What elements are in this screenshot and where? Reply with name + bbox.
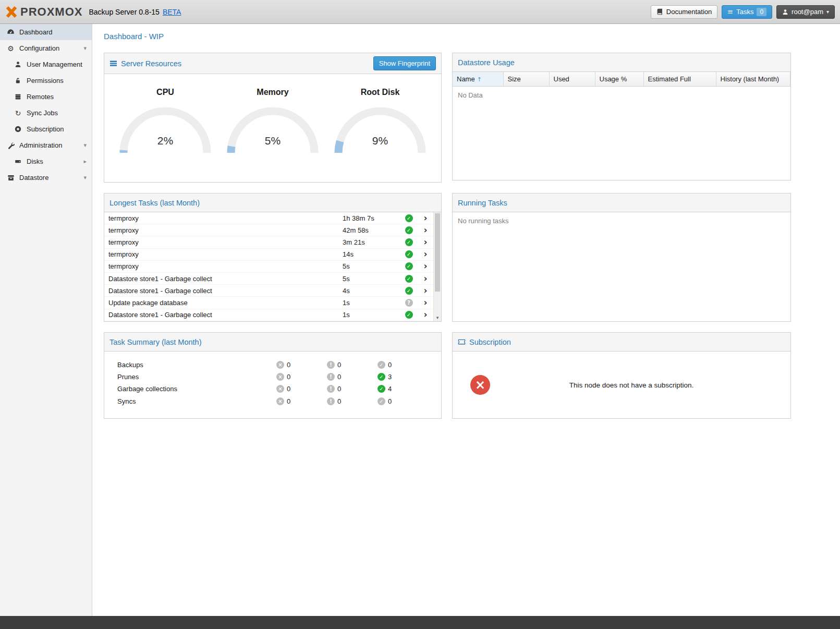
sidebar-item-remotes[interactable]: Remotes [0, 89, 92, 105]
sidebar: Dashboard ⚙ Configuration ▾ User Managem… [0, 24, 92, 616]
page-title: Dashboard - WIP [92, 24, 840, 46]
datastore-usage-table: Name↑ Size Used Usage % Estimated Full H… [453, 72, 790, 87]
beta-link[interactable]: BETA [163, 8, 181, 16]
sidebar-item-label: Administration [19, 141, 62, 149]
sidebar-item-subscription[interactable]: Subscription [0, 121, 92, 137]
summary-row: Backups ×0 !0 ✓0 [104, 359, 441, 371]
datastore-usage-panel: Datastore Usage Name↑ Size Used Usage % … [452, 53, 791, 180]
sidebar-item-sync-jobs[interactable]: ↻ Sync Jobs [0, 105, 92, 121]
top-header: PROXMOX Backup Server 0.8-15 BETA Docume… [0, 0, 840, 24]
sidebar-item-label: Remotes [27, 93, 54, 101]
gauge-arc [223, 103, 322, 157]
task-row: termproxy 3m 21s ✓ › [104, 236, 433, 248]
hard-disk-icon [14, 158, 22, 165]
task-list-icon: ≡ [727, 8, 733, 16]
task-summary-body: Backups ×0 !0 ✓0 Prunes ×0 !0 ✓3 Gar [104, 352, 441, 418]
error-count-icon: × [276, 373, 284, 381]
documentation-button[interactable]: Documentation [651, 5, 717, 19]
panel-title: Datastore Usage [458, 58, 515, 67]
proxmox-x-icon [5, 6, 18, 18]
column-header-used[interactable]: Used [549, 72, 595, 87]
warning-count-icon: ! [327, 385, 335, 393]
user-menu-button[interactable]: root@pam ▾ [776, 5, 835, 19]
running-tasks-panel: Running Tasks No running tasks [452, 193, 791, 322]
memory-gauge: Memory 5% [223, 79, 322, 157]
sidebar-item-label: Permissions [27, 77, 64, 84]
gauge-label: Root Disk [331, 88, 430, 97]
user-icon [782, 9, 788, 15]
sidebar-item-datastore[interactable]: Datastore ▾ [0, 170, 92, 186]
status-ok-icon: ✓ [405, 238, 413, 246]
panel-title: Task Summary (last Month) [109, 338, 201, 346]
gauge-arc [331, 103, 430, 157]
server-resources-header: Server Resources Show Fingerprint [104, 53, 441, 74]
open-task-button[interactable]: › [418, 238, 433, 247]
panel-title: Running Tasks [458, 199, 507, 207]
panel-title: Longest Tasks (last Month) [109, 199, 200, 207]
sidebar-item-label: Disks [27, 158, 43, 165]
status-ok-icon: ✓ [405, 214, 413, 222]
tasks-badge: 0 [757, 8, 766, 16]
gauge-value: 9% [331, 135, 430, 147]
open-task-button[interactable]: › [418, 274, 433, 283]
scrollbar[interactable]: ▾ [433, 212, 441, 321]
column-header-size[interactable]: Size [503, 72, 549, 87]
task-row: Datastore store1 - Garbage collect 4s ✓ … [104, 285, 433, 297]
cpu-gauge: CPU 2% [116, 79, 215, 157]
server-resources-panel: Server Resources Show Fingerprint CPU [104, 53, 442, 183]
status-ok-icon: ✓ [405, 275, 413, 283]
lines-icon [109, 59, 117, 67]
user-menu-label: root@pam [792, 8, 823, 16]
summary-row: Syncs ×0 !0 ✓0 [104, 395, 441, 407]
column-header-estimated-full[interactable]: Estimated Full [643, 72, 716, 87]
running-tasks-body: No running tasks [453, 212, 790, 321]
running-tasks-header: Running Tasks [453, 193, 790, 212]
open-task-button[interactable]: › [418, 226, 433, 235]
longest-tasks-header: Longest Tasks (last Month) [104, 193, 441, 212]
gauge-value: 5% [223, 135, 322, 147]
gauge-label: Memory [223, 88, 322, 97]
ok-count-icon: ✓ [378, 361, 385, 369]
dashboard-panels: Server Resources Show Fingerprint CPU [92, 46, 840, 430]
open-task-button[interactable]: › [418, 310, 433, 319]
task-list: termproxy 1h 38m 7s ✓ › termproxy 42m 58… [104, 212, 441, 321]
open-task-button[interactable]: › [418, 286, 433, 295]
support-ring-icon [14, 125, 22, 133]
open-task-button[interactable]: › [418, 262, 433, 271]
column-header-name[interactable]: Name↑ [453, 72, 503, 87]
sidebar-item-disks[interactable]: Disks ▸ [0, 153, 92, 170]
header-actions: Documentation ≡ Tasks 0 root@pam ▾ [651, 5, 835, 19]
open-task-button[interactable]: › [418, 250, 433, 259]
subscription-header: Subscription [453, 333, 790, 352]
sidebar-item-user-management[interactable]: User Management [0, 56, 92, 72]
longest-tasks-panel: Longest Tasks (last Month) termproxy 1h … [104, 193, 442, 322]
open-task-button[interactable]: › [418, 214, 433, 223]
dashboard-icon [7, 28, 15, 36]
logo-wordmark: PROXMOX [20, 5, 82, 19]
sidebar-item-administration[interactable]: Administration ▾ [0, 137, 92, 153]
scroll-down-arrow[interactable]: ▾ [434, 313, 441, 321]
panel-title: Subscription [469, 338, 511, 346]
tasks-button[interactable]: ≡ Tasks 0 [722, 5, 772, 19]
column-header-usage-pct[interactable]: Usage % [595, 72, 643, 87]
task-row: termproxy 14s ✓ › [104, 249, 433, 261]
show-fingerprint-button[interactable]: Show Fingerprint [373, 56, 436, 70]
subscription-panel: Subscription × This node does not have a… [452, 332, 791, 419]
sidebar-item-permissions[interactable]: Permissions [0, 72, 92, 89]
open-task-button[interactable]: › [418, 298, 433, 307]
warning-count-icon: ! [327, 373, 335, 381]
proxmox-logo: PROXMOX [5, 5, 82, 19]
task-row: termproxy 5s ✓ › [104, 261, 433, 273]
ticket-icon [458, 338, 466, 346]
sidebar-item-dashboard[interactable]: Dashboard [0, 24, 92, 40]
scrollbar-thumb[interactable] [435, 213, 440, 292]
summary-row: Prunes ×0 !0 ✓3 [104, 371, 441, 383]
app-window: PROXMOX Backup Server 0.8-15 BETA Docume… [0, 0, 840, 629]
sidebar-item-label: Sync Jobs [27, 109, 58, 117]
bottom-bar [0, 616, 840, 629]
sidebar-item-configuration[interactable]: ⚙ Configuration ▾ [0, 40, 92, 56]
column-header-history[interactable]: History (last Month) [716, 72, 790, 87]
sidebar-item-label: Datastore [19, 174, 48, 182]
status-ok-icon: ✓ [405, 287, 413, 295]
task-row: Update package database 1s ? › [104, 297, 433, 309]
